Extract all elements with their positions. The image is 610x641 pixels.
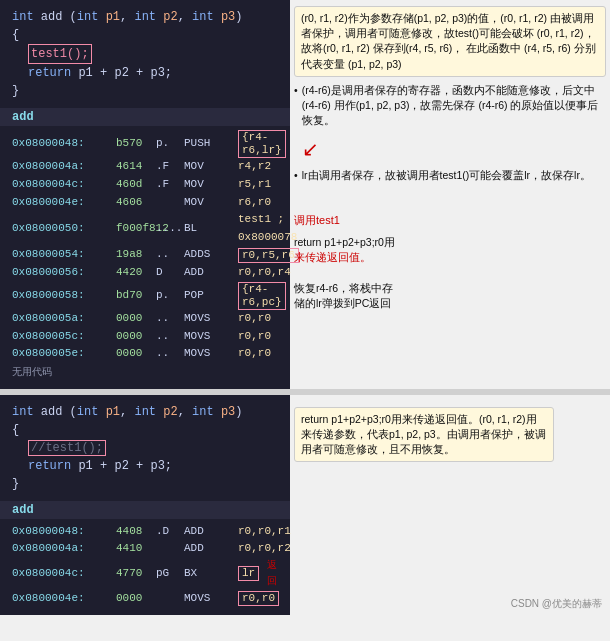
bottom-code-line-2: { bbox=[12, 421, 278, 439]
highlighted-call: test1(); bbox=[28, 44, 92, 64]
code-line-5: } bbox=[12, 82, 278, 100]
movs-operand-box: r0,r0 bbox=[238, 591, 279, 606]
bottom-annotation-box: return p1+p2+p3;r0用来传递返回值。(r0, r1, r2)用来… bbox=[294, 407, 554, 463]
asm-label-bottom: add bbox=[0, 501, 290, 519]
pop-operand-box: {r4-r6,pc} bbox=[238, 282, 286, 310]
push-operand-box: {r4-r6,lr} bbox=[238, 130, 286, 158]
top-annotation-para: (r0, r1, r2)作为参数存储(p1, p2, p3)的值，(r0, r1… bbox=[294, 6, 606, 77]
bottom-asm-row-3: 0x0800004e: 0000 MOVS r0,r0 bbox=[12, 590, 278, 608]
asm-row-0: 0x08000048: b570 p. PUSH {r4-r6,lr} bbox=[12, 130, 278, 158]
top-left-panel: int add (int p1, int p2, int p3) { test1… bbox=[0, 0, 290, 389]
code-line-4: return p1 + p2 + p3; bbox=[28, 64, 278, 82]
code-line-2: { bbox=[12, 26, 278, 44]
top-section: int add (int p1, int p2, int p3) { test1… bbox=[0, 0, 610, 389]
return-label: 返回 bbox=[267, 558, 278, 590]
bottom-asm-row-1: 0x0800004a: 4410 ADD r0,r0,r2 bbox=[12, 540, 278, 558]
asm-row-10: 0x0800005e: 0000 .. MOVS r0,r0 bbox=[12, 345, 278, 363]
annotation-bullet-2: • lr由调用者保存，故被调用者test1()可能会覆盖lr，故保存lr。 bbox=[294, 168, 606, 183]
asm-label-top: add bbox=[0, 108, 290, 126]
annotation-bullet-1: • (r4-r6)是调用者保存的寄存器，函数内不能随意修改，后文中 (r4-r6… bbox=[294, 83, 606, 129]
bx-operand-box: lr bbox=[238, 566, 259, 581]
asm-row-7: 0x08000058: bd70 p. POP {r4-r6,pc} bbox=[12, 282, 278, 310]
top-right-annotations: (r0, r1, r2)作为参数存储(p1, p2, p3)的值，(r0, r1… bbox=[290, 0, 610, 389]
bottom-code-line-5: } bbox=[12, 475, 278, 493]
adds-annotation: return p1+p2+p3;r0用 来传递返回值。 bbox=[294, 235, 606, 265]
bottom-code-block: int add (int p1, int p2, int p3) { //tes… bbox=[0, 395, 290, 501]
asm-row-2: 0x0800004c: 460d .F MOV r5,r1 bbox=[12, 176, 278, 194]
bottom-code-line-3: //test1(); bbox=[28, 439, 278, 457]
bottom-code-line-1: int add (int p1, int p2, int p3) bbox=[12, 403, 278, 421]
unused-label: 无用代码 bbox=[12, 365, 278, 381]
asm-row-8: 0x0800005a: 0000 .. MOVS r0,r0 bbox=[12, 310, 278, 328]
bottom-asm-row-0: 0x08000048: 4408 .D ADD r0,r0,r1 bbox=[12, 523, 278, 541]
bottom-asm-row-2: 0x0800004c: 4770 pG BX lr 返回 bbox=[12, 558, 278, 590]
code-line-3: test1(); bbox=[28, 44, 278, 64]
top-code-block: int add (int p1, int p2, int p3) { test1… bbox=[0, 0, 290, 108]
top-asm-block: 0x08000048: b570 p. PUSH {r4-r6,lr} 0x08… bbox=[0, 126, 290, 389]
bottom-code-line-4: return p1 + p2 + p3; bbox=[28, 457, 278, 475]
main-container: int add (int p1, int p2, int p3) { test1… bbox=[0, 0, 610, 615]
call-test1-label: 调用test1 bbox=[294, 214, 340, 226]
asm-row-6: 0x08000056: 4420 D ADD r0,r0,r4 bbox=[12, 264, 278, 282]
pop-annotation: 恢复r4-r6，将栈中存 储的lr弹拨到PC返回 bbox=[294, 281, 606, 311]
bottom-right-annotations: return p1+p2+p3;r0用来传递返回值。(r0, r1, r2)用来… bbox=[290, 395, 610, 616]
bl-annotation: 调用test1 bbox=[294, 213, 606, 229]
asm-row-4: 0x08000050: f000f812 .... BL test1 ; 0x8… bbox=[12, 211, 278, 246]
annotation-bullet-1-text: (r4-r6)是调用者保存的寄存器，函数内不能随意修改，后文中 (r4-r6) … bbox=[302, 83, 606, 129]
bottom-left-panel: int add (int p1, int p2, int p3) { //tes… bbox=[0, 395, 290, 616]
bottom-annotation-text: return p1+p2+p3;r0用来传递返回值。(r0, r1, r2)用来… bbox=[301, 413, 546, 455]
bottom-asm-block: 0x08000048: 4408 .D ADD r0,r0,r1 0x08000… bbox=[0, 519, 290, 616]
arrow-down-indicator: ↙ bbox=[302, 135, 606, 164]
asm-row-9: 0x0800005c: 0000 .. MOVS r0,r0 bbox=[12, 328, 278, 346]
bottom-section: int add (int p1, int p2, int p3) { //tes… bbox=[0, 395, 610, 616]
watermark: CSDN @优美的赫蒂 bbox=[511, 597, 602, 611]
asm-row-5: 0x08000054: 19a8 .. ADDS r0,r5,r6 bbox=[12, 246, 278, 264]
asm-row-1: 0x0800004a: 4614 .F MOV r4,r2 bbox=[12, 158, 278, 176]
code-line-1: int add (int p1, int p2, int p3) bbox=[12, 8, 278, 26]
annotation-text-1: (r0, r1, r2)作为参数存储(p1, p2, p3)的值，(r0, r1… bbox=[301, 12, 596, 70]
annotation-bullet-2-text: lr由调用者保存，故被调用者test1()可能会覆盖lr，故保存lr。 bbox=[302, 168, 591, 183]
asm-row-3: 0x0800004e: 4606 MOV r6,r0 bbox=[12, 194, 278, 212]
commented-call: //test1(); bbox=[28, 440, 106, 456]
